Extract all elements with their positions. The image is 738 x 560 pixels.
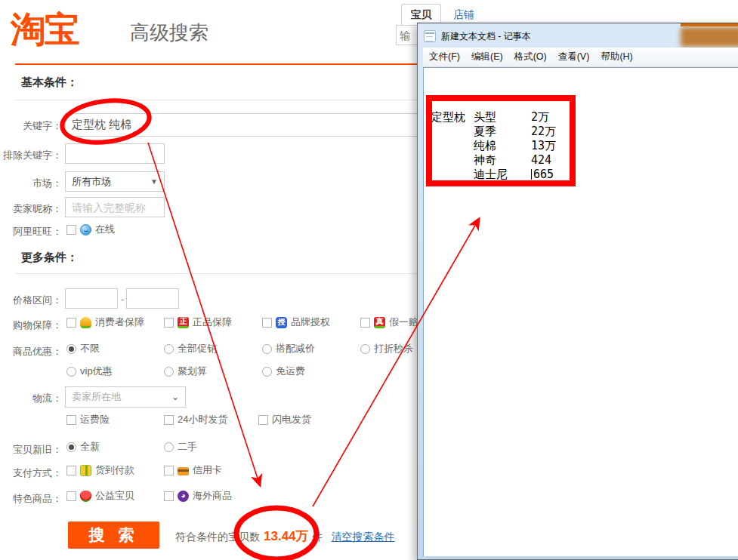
seller-nickname-input[interactable] [65, 197, 165, 217]
notepad-term: 纯棉 [474, 139, 531, 153]
consumer-protection-checkbox[interactable] [66, 318, 76, 328]
menu-file[interactable]: 文件(F) [429, 51, 460, 63]
condition-used-radio[interactable] [164, 442, 174, 452]
protection-option-label: 正品保障 [193, 315, 232, 329]
promo-option-free-shipping[interactable]: 免运费 [262, 365, 305, 378]
cod-icon [80, 465, 91, 476]
market-select-value: 所有市场 [72, 175, 111, 189]
promo-option-label: 全部促销 [178, 342, 217, 355]
credit-card-checkbox[interactable] [164, 466, 174, 475]
consumer-protection-icon [80, 317, 91, 328]
wangwang-online-option-label: 在线 [95, 223, 115, 236]
logistics-option-lightning-shipping[interactable]: 闪电发货 [258, 413, 311, 426]
tab-item[interactable]: 宝贝 [401, 4, 441, 25]
result-count-unit: 件 [313, 531, 323, 544]
protection-option-label: 消费者保障 [95, 315, 144, 329]
promo-option-unlimited[interactable]: 不限 [66, 342, 100, 355]
freight-insurance-checkbox[interactable] [66, 415, 76, 425]
protection-option-label: 品牌授权 [291, 315, 330, 329]
condition-option-used[interactable]: 二手 [164, 440, 197, 454]
screenshot-stage: 淘宝 高级搜索 宝贝 店铺 基本条件： 关键字： 排除关键字： 市场： 所有市场… [0, 0, 738, 560]
protection-label: 购物保障： [0, 318, 62, 332]
special-option-overseas[interactable]: ◕ 海外商品 [164, 489, 232, 503]
protection-option-brand-auth[interactable]: 授 品牌授权 [262, 315, 330, 329]
promo-option-label: 不限 [80, 342, 100, 355]
market-select[interactable]: 所有市场 ▼ [65, 171, 165, 192]
keyword-input[interactable] [65, 113, 420, 137]
notepad-count: 2万 [531, 110, 549, 125]
condition-option-label: 全新 [80, 440, 100, 454]
notepad-term: 夏季 [474, 125, 531, 139]
price-range-separator: - [121, 294, 124, 305]
fake-compensation-checkbox[interactable] [360, 318, 370, 328]
dropdown-chevron-icon: ⌄ [171, 392, 179, 402]
payment-label: 支付方式： [0, 466, 62, 480]
clear-search-link[interactable]: 清空搜索条件 [332, 531, 395, 544]
logistics-option-label: 闪电发货 [272, 413, 311, 426]
logistics-option-label: 运费险 [80, 413, 110, 426]
brand-auth-checkbox[interactable] [262, 318, 272, 328]
logistics-option-label: 24小时发货 [178, 413, 227, 426]
promo-option-label: vip优惠 [80, 365, 113, 378]
notepad-term: 头型 [474, 110, 531, 125]
tab-shop[interactable]: 店铺 [453, 8, 474, 22]
notepad-count-with-caret: 665 [531, 168, 554, 182]
credit-card-icon [178, 467, 189, 475]
payment-option-cod[interactable]: 货到付款 [66, 463, 134, 477]
search-button[interactable]: 搜 索 [68, 522, 159, 549]
special-option-charity[interactable]: 公益宝贝 [66, 489, 134, 503]
promo-free-shipping-radio[interactable] [262, 367, 272, 377]
promo-unlimited-radio[interactable] [66, 344, 76, 354]
exclude-keyword-input[interactable] [65, 143, 165, 164]
result-line: 符合条件的宝贝数 13.44万 件 清空搜索条件 [175, 528, 395, 545]
promo-option-vip[interactable]: vip优惠 [66, 365, 113, 378]
promo-option-all-sales[interactable]: 全部促销 [164, 342, 217, 355]
notepad-count: 13万 [531, 139, 556, 153]
special-option-label: 公益宝贝 [95, 489, 134, 503]
genuine-protection-icon: 正 [178, 317, 189, 328]
promo-bundle-discount-radio[interactable] [262, 344, 272, 354]
price-max-input[interactable] [126, 288, 179, 309]
promo-option-flash-sale[interactable]: 打折秒杀 [360, 342, 413, 355]
genuine-protection-checkbox[interactable] [164, 318, 174, 328]
notepad-count: 22万 [531, 125, 556, 139]
logistics-select[interactable]: 卖家所在地 ⌄ [65, 386, 186, 408]
notepad-term: 迪士尼 [474, 168, 531, 182]
overseas-checkbox[interactable] [164, 491, 174, 501]
overseas-icon: ◕ [178, 491, 189, 502]
protection-option-consumer[interactable]: 消费者保障 [66, 315, 144, 329]
promo-option-label: 打折秒杀 [374, 342, 413, 355]
notepad-menubar: 文件(F) 编辑(E) 格式(O) 查看(V) 帮助(H) [423, 48, 738, 67]
result-count-value: 13.44万 [264, 528, 309, 545]
menu-format[interactable]: 格式(O) [514, 51, 547, 63]
payment-option-credit-card[interactable]: 信用卡 [164, 463, 222, 477]
cod-checkbox[interactable] [66, 466, 76, 475]
logistics-option-freight-insurance[interactable]: 运费险 [66, 413, 110, 426]
menu-help[interactable]: 帮助(H) [601, 51, 632, 63]
promo-vip-radio[interactable] [66, 367, 76, 377]
seller-nickname-label: 卖家昵称： [0, 202, 62, 216]
condition-option-new[interactable]: 全新 [66, 440, 100, 454]
condition-new-radio[interactable] [66, 442, 76, 452]
notepad-titlebar[interactable]: 新建文本文档 - 记事本 [424, 26, 738, 46]
menu-edit[interactable]: 编辑(E) [471, 51, 503, 63]
shipping-24h-checkbox[interactable] [164, 415, 174, 425]
promo-juhuasuan-radio[interactable] [164, 367, 174, 377]
menu-view[interactable]: 查看(V) [558, 51, 590, 63]
promo-all-sales-radio[interactable] [164, 344, 174, 354]
wangwang-online-option[interactable]: 在线 [66, 223, 115, 236]
notepad-term: 神奇 [474, 153, 531, 168]
keyword-label: 关键字： [0, 119, 62, 133]
notepad-text-area[interactable]: 定型枕 头型 2万 夏季 22万 纯棉 13万 神奇 424 [423, 67, 738, 556]
protection-option-genuine[interactable]: 正 正品保障 [164, 315, 232, 329]
price-min-input[interactable] [65, 288, 118, 309]
charity-checkbox[interactable] [66, 491, 76, 501]
promo-option-bundle-discount[interactable]: 搭配减价 [262, 342, 315, 355]
section-basic-title: 基本条件： [21, 75, 78, 90]
promo-flash-sale-radio[interactable] [360, 344, 370, 354]
wangwang-online-checkbox[interactable] [66, 225, 76, 235]
lightning-shipping-checkbox[interactable] [258, 415, 268, 425]
logistics-option-24h-shipping[interactable]: 24小时发货 [164, 413, 227, 426]
notepad-line: 夏季 22万 [431, 125, 556, 139]
promo-option-juhuasuan[interactable]: 聚划算 [164, 365, 207, 378]
